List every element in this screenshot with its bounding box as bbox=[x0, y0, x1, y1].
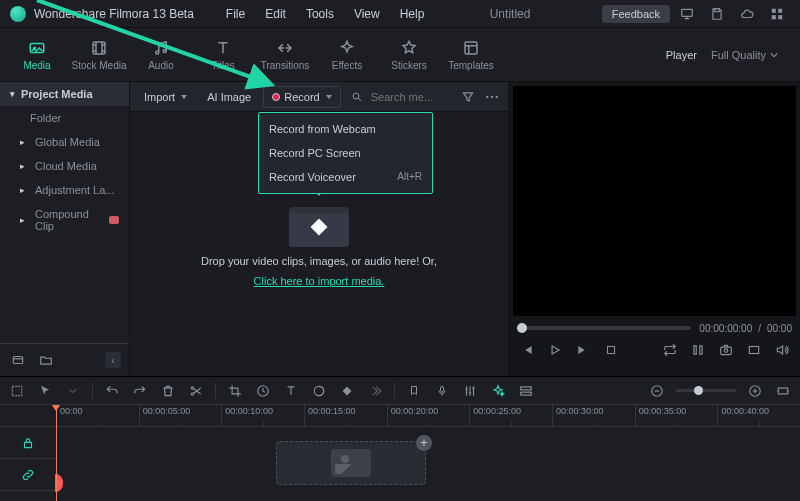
tab-templates[interactable]: Templates bbox=[442, 35, 500, 75]
markers-icon[interactable] bbox=[688, 340, 708, 360]
more-icon[interactable] bbox=[482, 87, 502, 107]
svg-rect-4 bbox=[778, 8, 782, 12]
speed-icon[interactable] bbox=[254, 382, 272, 400]
menu-edit[interactable]: Edit bbox=[257, 3, 294, 25]
mixer-icon[interactable] bbox=[461, 382, 479, 400]
svg-rect-32 bbox=[778, 388, 787, 394]
keyframe-icon[interactable] bbox=[338, 382, 356, 400]
search-input[interactable] bbox=[369, 90, 439, 104]
apps-icon[interactable] bbox=[764, 1, 790, 27]
timeline-ruler[interactable]: 00:00 00:00:05:00 00:00:10:00 00:00:15:0… bbox=[0, 405, 800, 427]
collapse-sidebar-button[interactable]: ‹ bbox=[105, 352, 121, 368]
record-webcam-item[interactable]: Record from Webcam bbox=[259, 117, 432, 141]
filter-icon[interactable] bbox=[458, 87, 478, 107]
folder-graphic bbox=[289, 201, 349, 247]
star-icon bbox=[399, 39, 419, 57]
import-link[interactable]: Click here to import media. bbox=[254, 275, 385, 287]
delete-icon[interactable] bbox=[159, 382, 177, 400]
tab-titles[interactable]: Titles bbox=[194, 35, 252, 75]
folder-new-icon[interactable] bbox=[36, 350, 56, 370]
mic-icon[interactable] bbox=[433, 382, 451, 400]
preview-canvas[interactable] bbox=[513, 86, 796, 316]
import-button[interactable]: Import bbox=[136, 87, 195, 107]
menu-tools[interactable]: Tools bbox=[298, 3, 342, 25]
marker-icon[interactable] bbox=[405, 382, 423, 400]
ai-tool-icon[interactable] bbox=[489, 382, 507, 400]
ratio-icon[interactable] bbox=[744, 340, 764, 360]
volume-icon[interactable] bbox=[772, 340, 792, 360]
zoom-in-icon[interactable] bbox=[746, 382, 764, 400]
track-area[interactable]: + bbox=[56, 427, 800, 501]
timeline-drop-target[interactable]: + bbox=[276, 441, 426, 485]
scrub-bar[interactable] bbox=[517, 326, 691, 330]
dropdown-icon[interactable] bbox=[64, 382, 82, 400]
cloud-icon[interactable] bbox=[734, 1, 760, 27]
svg-rect-6 bbox=[778, 15, 782, 19]
more-tools-icon[interactable] bbox=[366, 382, 384, 400]
link-track-icon[interactable] bbox=[0, 459, 56, 491]
split-icon[interactable] bbox=[187, 382, 205, 400]
zoom-fit-icon[interactable] bbox=[774, 382, 792, 400]
ruler-tick: 00:00:25:00 bbox=[469, 405, 552, 426]
color-icon[interactable] bbox=[310, 382, 328, 400]
bin-icon[interactable] bbox=[8, 350, 28, 370]
music-icon bbox=[151, 39, 171, 57]
project-media-header[interactable]: ▾ Project Media bbox=[0, 82, 129, 106]
zoom-out-icon[interactable] bbox=[648, 382, 666, 400]
tab-stock-media[interactable]: Stock Media bbox=[70, 35, 128, 75]
tab-effects[interactable]: Effects bbox=[318, 35, 376, 75]
record-voiceover-item[interactable]: Record VoiceoverAlt+R bbox=[259, 165, 432, 189]
feedback-button[interactable]: Feedback bbox=[602, 5, 670, 23]
sidebar-item-cloud[interactable]: ▸Cloud Media bbox=[0, 154, 129, 178]
save-icon[interactable] bbox=[704, 1, 730, 27]
menu-view[interactable]: View bbox=[346, 3, 388, 25]
tab-media[interactable]: Media bbox=[8, 35, 66, 75]
sidebar-item-global[interactable]: ▸Global Media bbox=[0, 130, 129, 154]
text-tool-icon[interactable] bbox=[282, 382, 300, 400]
zoom-slider[interactable] bbox=[676, 389, 736, 392]
stop-icon[interactable] bbox=[601, 340, 621, 360]
lock-track-icon[interactable] bbox=[0, 427, 56, 459]
record-button[interactable]: Record bbox=[263, 86, 340, 108]
display-icon[interactable] bbox=[674, 1, 700, 27]
svg-rect-12 bbox=[465, 42, 477, 54]
svg-rect-28 bbox=[521, 386, 532, 389]
svg-rect-9 bbox=[93, 42, 105, 54]
svg-rect-2 bbox=[715, 8, 720, 11]
ai-image-button[interactable]: AI Image bbox=[199, 87, 259, 107]
playhead[interactable] bbox=[56, 405, 57, 501]
tab-transitions[interactable]: Transitions bbox=[256, 35, 314, 75]
record-dropdown: Record from Webcam Record PC Screen Reco… bbox=[258, 112, 433, 194]
menu-file[interactable]: File bbox=[218, 3, 253, 25]
tab-audio[interactable]: Audio bbox=[132, 35, 190, 75]
play-icon[interactable] bbox=[545, 340, 565, 360]
select-tool-icon[interactable] bbox=[8, 382, 26, 400]
add-clip-icon[interactable]: + bbox=[416, 435, 432, 451]
zoom-handle[interactable] bbox=[694, 386, 703, 395]
redo-icon[interactable] bbox=[131, 382, 149, 400]
svg-point-23 bbox=[191, 386, 193, 388]
cursor-tool-icon[interactable] bbox=[36, 382, 54, 400]
ruler-tick: 00:00:20:00 bbox=[387, 405, 470, 426]
sidebar-item-folder[interactable]: Folder bbox=[0, 106, 129, 130]
svg-rect-13 bbox=[13, 357, 22, 364]
caret-right-icon: ▸ bbox=[20, 215, 25, 225]
track-display-icon[interactable] bbox=[517, 382, 535, 400]
menu-help[interactable]: Help bbox=[392, 3, 433, 25]
ruler-tick: 00:00:40:00 bbox=[717, 405, 800, 426]
svg-rect-22 bbox=[12, 386, 21, 395]
svg-rect-29 bbox=[521, 392, 532, 395]
next-frame-icon[interactable] bbox=[573, 340, 593, 360]
scrub-handle[interactable] bbox=[517, 323, 527, 333]
snapshot-icon[interactable] bbox=[716, 340, 736, 360]
crop-icon[interactable] bbox=[226, 382, 244, 400]
media-sidebar: ▾ Project Media Folder ▸Global Media ▸Cl… bbox=[0, 82, 130, 376]
record-screen-item[interactable]: Record PC Screen bbox=[259, 141, 432, 165]
undo-icon[interactable] bbox=[103, 382, 121, 400]
loop-icon[interactable] bbox=[660, 340, 680, 360]
quality-dropdown[interactable]: Full Quality bbox=[705, 47, 784, 63]
tab-stickers[interactable]: Stickers bbox=[380, 35, 438, 75]
sidebar-item-adjustment[interactable]: ▸Adjustment La... bbox=[0, 178, 129, 202]
prev-frame-icon[interactable] bbox=[517, 340, 537, 360]
sidebar-item-compound[interactable]: ▸Compound Clip bbox=[0, 202, 129, 238]
